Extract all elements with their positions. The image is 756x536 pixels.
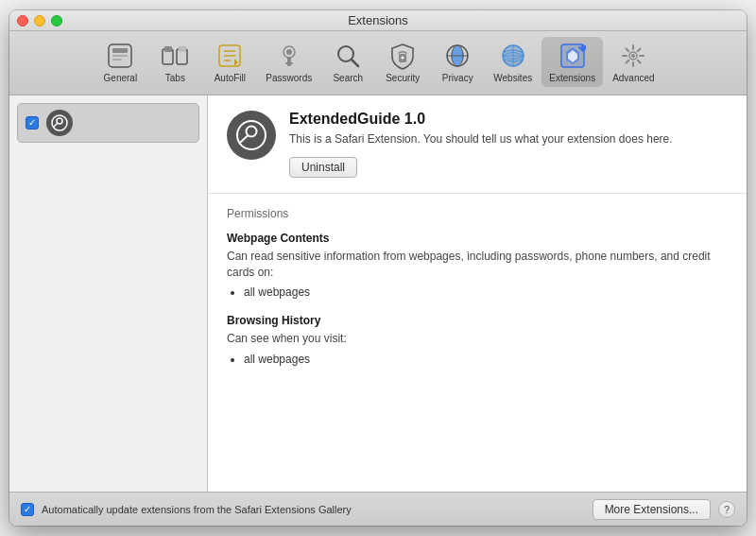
- title-bar: Extensions: [9, 10, 747, 31]
- svg-marker-12: [234, 59, 238, 66]
- permission-title-webpage: Webpage Contents: [227, 232, 728, 245]
- toolbar-item-passwords[interactable]: Passwords: [258, 37, 319, 87]
- extension-info: ExtendedGuide 1.0 This is a Safari Exten…: [289, 111, 728, 178]
- extension-header: ExtendedGuide 1.0 This is a Safari Exten…: [208, 95, 747, 194]
- toolbar-item-websites[interactable]: Websites: [486, 37, 540, 87]
- passwords-icon: [274, 41, 304, 71]
- advanced-label: Advanced: [612, 73, 654, 83]
- autofill-label: AutoFill: [215, 73, 246, 83]
- advanced-icon: [618, 41, 648, 71]
- security-icon: [387, 41, 418, 71]
- main-content: ✓: [9, 95, 747, 492]
- toolbar-item-advanced[interactable]: Advanced: [605, 37, 662, 87]
- permission-group-history: Browsing History Can see when you visit:…: [227, 314, 728, 366]
- websites-icon: [498, 41, 528, 71]
- svg-rect-1: [112, 48, 128, 53]
- tabs-icon: [160, 41, 190, 71]
- extension-name: ExtendedGuide 1.0: [289, 111, 728, 128]
- svg-point-20: [402, 57, 404, 60]
- permission-item: all webpages: [244, 285, 728, 299]
- svg-rect-3: [112, 59, 122, 61]
- help-button[interactable]: ?: [718, 501, 735, 518]
- svg-line-42: [638, 49, 641, 52]
- toolbar-item-search[interactable]: Search: [321, 37, 374, 87]
- svg-line-46: [54, 124, 58, 128]
- svg-rect-6: [164, 46, 172, 52]
- toolbar-item-privacy[interactable]: Privacy: [431, 37, 484, 87]
- svg-line-18: [352, 60, 358, 66]
- extension-description: This is a Safari Extension. You should t…: [289, 131, 728, 147]
- auto-update-checkbox[interactable]: ✓: [21, 503, 34, 516]
- close-button[interactable]: [17, 15, 28, 26]
- permission-group-webpage: Webpage Contents Can read sensitive info…: [227, 232, 728, 300]
- permission-item: all webpages: [244, 353, 728, 366]
- permission-desc-history: Can see when you visit:: [227, 331, 728, 347]
- bottom-bar: ✓ Automatically update extensions from t…: [9, 492, 747, 526]
- minimize-button[interactable]: [34, 15, 45, 26]
- toolbar-item-general[interactable]: General: [94, 37, 146, 87]
- permissions-section: Permissions Webpage Contents Can read se…: [208, 194, 747, 394]
- toolbar-item-autofill[interactable]: AutoFill: [203, 37, 256, 87]
- svg-line-43: [627, 61, 629, 63]
- detail-panel: ExtendedGuide 1.0 This is a Safari Exten…: [208, 95, 747, 492]
- privacy-label: Privacy: [442, 73, 473, 83]
- extensions-label: Extensions: [549, 73, 595, 83]
- general-icon: [105, 41, 135, 71]
- extension-large-icon: [227, 111, 276, 160]
- svg-point-28: [503, 45, 524, 66]
- search-label: Search: [333, 73, 363, 83]
- tabs-label: Tabs: [165, 73, 185, 83]
- extensions-icon: [558, 41, 588, 71]
- svg-rect-15: [287, 57, 291, 66]
- svg-rect-16: [285, 62, 293, 64]
- permission-list-webpage: all webpages: [244, 285, 728, 299]
- checkmark-icon: ✓: [28, 118, 36, 128]
- svg-line-40: [627, 49, 629, 52]
- privacy-icon: [442, 41, 472, 71]
- toolbar: General Tabs: [9, 31, 747, 95]
- permission-list-history: all webpages: [244, 353, 728, 366]
- extension-small-icon: [46, 110, 73, 136]
- extension-list-item[interactable]: ✓: [17, 103, 199, 143]
- toolbar-item-extensions[interactable]: Extensions: [541, 37, 603, 87]
- more-extensions-button[interactable]: More Extensions...: [593, 499, 711, 520]
- websites-label: Websites: [493, 73, 532, 83]
- sidebar: ✓: [9, 95, 208, 492]
- search-icon: [333, 41, 363, 71]
- window-controls: [17, 15, 62, 26]
- uninstall-button[interactable]: Uninstall: [289, 157, 357, 178]
- svg-rect-2: [112, 55, 128, 57]
- autofill-icon: [215, 41, 245, 71]
- permission-desc-webpage: Can read sensitive information from webp…: [227, 249, 728, 281]
- svg-point-14: [286, 49, 292, 55]
- toolbar-item-tabs[interactable]: Tabs: [148, 37, 201, 87]
- window-title: Extensions: [348, 13, 408, 27]
- auto-update-label: Automatically update extensions from the…: [42, 504, 585, 515]
- permission-title-history: Browsing History: [227, 314, 728, 327]
- svg-line-49: [241, 136, 248, 143]
- svg-rect-7: [179, 46, 186, 52]
- svg-line-41: [638, 61, 641, 63]
- svg-rect-33: [581, 45, 586, 50]
- passwords-label: Passwords: [266, 73, 312, 83]
- permissions-heading: Permissions: [227, 207, 728, 220]
- toolbar-item-security[interactable]: Security: [376, 37, 429, 87]
- checkbox-checkmark: ✓: [24, 505, 31, 514]
- extension-checkbox[interactable]: ✓: [26, 116, 39, 130]
- security-label: Security: [386, 73, 420, 83]
- svg-point-35: [631, 54, 635, 58]
- maximize-button[interactable]: [51, 15, 62, 26]
- general-label: General: [104, 73, 138, 83]
- main-window: Extensions General: [9, 10, 747, 526]
